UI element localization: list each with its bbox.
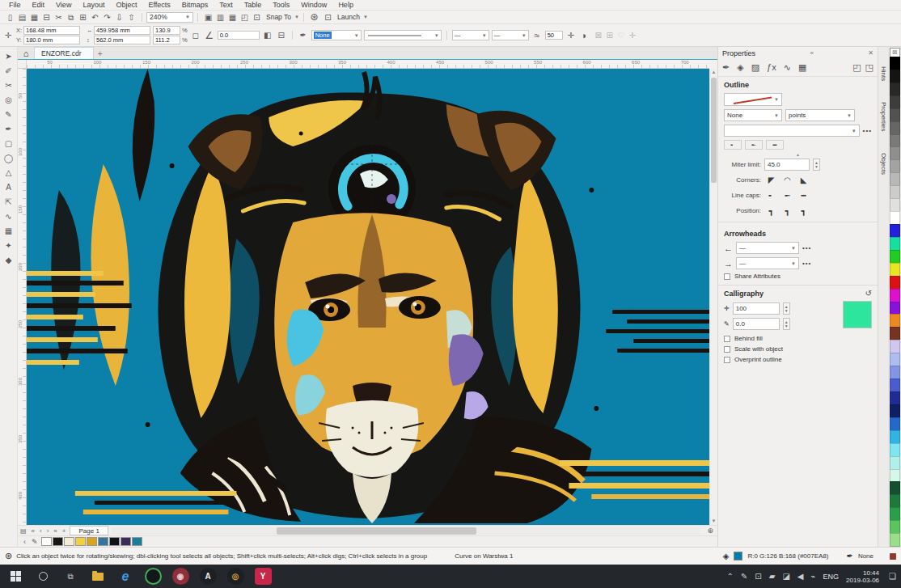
scale-v-field[interactable]: 111.2 — [153, 36, 180, 44]
line-cap-button[interactable]: ╾ — [780, 189, 794, 201]
docker-tab[interactable]: Objects — [880, 148, 887, 180]
palette-color-swatch[interactable] — [890, 276, 900, 290]
palette-arrow-icon[interactable]: ‹ — [21, 538, 28, 546]
corner-style-button[interactable]: ◤ — [764, 174, 778, 186]
page-tab[interactable]: Page 1 — [70, 526, 108, 535]
document-palette-swatch[interactable] — [132, 537, 142, 546]
freehand-tool[interactable]: ✎ — [2, 108, 16, 121]
options-gear-icon[interactable]: ⊛ — [308, 11, 320, 23]
end-arrowhead-combo[interactable]: — ▼ — [492, 30, 529, 40]
home-icon[interactable]: ⌂ — [18, 47, 34, 59]
menu-item[interactable]: Text — [214, 1, 239, 9]
palette-color-swatch[interactable] — [890, 481, 900, 495]
outline-position-button[interactable]: ┓ — [797, 205, 810, 217]
docker-tab[interactable]: Properties — [880, 97, 887, 136]
artistic-media-tool[interactable]: ✒ — [2, 122, 16, 136]
fullscreen-preview-icon[interactable]: ▣ — [202, 11, 214, 23]
reset-calligraphy-icon[interactable]: ↺ — [865, 289, 872, 298]
end-arrowhead-options-button[interactable]: ••• — [802, 260, 811, 267]
import-icon[interactable]: ⇩ — [113, 11, 125, 23]
chevron-down-icon[interactable]: ▼ — [363, 15, 368, 19]
page-tab-icon[interactable]: ◳ — [865, 62, 874, 73]
palette-color-swatch[interactable] — [890, 82, 900, 96]
share-attributes-checkbox[interactable] — [724, 273, 730, 280]
graphics-tray-icon[interactable]: ◪ — [782, 572, 789, 581]
mirror-vertical-icon[interactable]: ⊟ — [276, 31, 287, 40]
add-node-icon[interactable]: ✛ — [565, 31, 577, 40]
lock-ratio-icon[interactable]: ◻ — [190, 31, 201, 40]
start-button[interactable] — [2, 565, 29, 588]
ruler-origin-corner[interactable] — [18, 60, 27, 69]
miter-spinner[interactable]: ▲▼ — [813, 159, 820, 171]
palette-color-swatch[interactable] — [890, 533, 900, 547]
palette-color-swatch[interactable] — [890, 159, 900, 173]
vertical-scroll-track[interactable] — [710, 184, 717, 518]
document-palette-swatch[interactable] — [109, 537, 120, 546]
mesh-fill-tool[interactable]: ▦ — [2, 224, 16, 238]
zoom-level-combo[interactable]: 240% ▼ — [146, 12, 193, 23]
outline-width-combo[interactable]: None ▼ — [311, 30, 362, 40]
curve-tab-icon[interactable]: ∿ — [784, 62, 791, 73]
previous-page-icon[interactable]: ‹ — [37, 527, 44, 535]
page-options-icon[interactable]: ▤ — [18, 527, 29, 535]
palette-color-swatch[interactable] — [890, 417, 900, 431]
outline-position-button[interactable]: ┓ — [780, 205, 794, 217]
rectangle-tool[interactable]: ▢ — [2, 137, 16, 150]
start-arrowhead-combo[interactable]: — ▼ — [452, 30, 489, 40]
bitmap-tab-icon[interactable]: ▦ — [798, 62, 806, 73]
polygon-tool[interactable]: △ — [2, 166, 16, 180]
network-tray-icon[interactable]: ⌁ — [811, 572, 816, 581]
paste-icon[interactable]: ⊞ — [77, 11, 89, 23]
line-style-combo[interactable]: ▼ — [364, 30, 442, 40]
taskbar-app-icon[interactable]: ◎ — [227, 568, 244, 585]
horizontal-scroll-thumb[interactable] — [277, 527, 476, 535]
zoom-tool[interactable]: ◎ — [2, 93, 16, 107]
document-palette-swatch[interactable] — [75, 537, 86, 546]
new-tab-button[interactable]: + — [94, 48, 107, 59]
show-guidelines-icon[interactable]: ◰ — [239, 11, 251, 23]
palette-color-swatch[interactable] — [890, 327, 900, 341]
menu-item[interactable]: File — [3, 1, 27, 9]
miter-limit-field[interactable]: 45.0 — [764, 159, 810, 171]
menu-item[interactable]: Layout — [77, 1, 110, 9]
first-page-icon[interactable]: « — [29, 527, 37, 535]
frame-tab-icon[interactable]: ◰ — [852, 62, 861, 73]
scale-with-object-checkbox[interactable] — [724, 346, 730, 353]
clock[interactable]: 10:44 2019-03-06 — [846, 569, 879, 584]
palette-color-swatch[interactable] — [890, 237, 900, 251]
palette-eyedropper-icon[interactable]: ✎ — [29, 538, 40, 546]
nib-angle-field[interactable]: 0.0 — [733, 318, 780, 330]
taskbar-app-icon[interactable] — [145, 568, 162, 585]
snap-options-icon[interactable]: ⊡ — [251, 11, 263, 23]
palette-color-swatch[interactable] — [890, 263, 900, 277]
taskbar-app-icon[interactable]: A — [200, 568, 217, 585]
transparency-tab-icon[interactable]: ▨ — [751, 62, 759, 73]
palette-color-swatch[interactable] — [890, 250, 900, 264]
edge-browser-button[interactable]: e — [112, 565, 139, 588]
document-palette-swatch[interactable] — [98, 537, 108, 546]
display-tray-icon[interactable]: ⊡ — [755, 572, 761, 581]
language-indicator[interactable]: ENG — [823, 573, 840, 581]
export-icon[interactable]: ⇧ — [125, 11, 137, 23]
palette-color-swatch[interactable] — [890, 134, 900, 148]
pick-tool[interactable]: ➤ — [2, 49, 16, 63]
text-tool[interactable]: A — [2, 180, 16, 194]
taskbar-app-icon[interactable]: ◉ — [172, 568, 189, 585]
scroll-down-arrow[interactable]: ▼ — [710, 518, 717, 525]
fill-tab-icon[interactable]: ◈ — [737, 62, 743, 73]
close-docker-icon[interactable]: ✕ — [863, 49, 874, 57]
menu-item[interactable]: Bitmaps — [176, 1, 214, 9]
corner-style-button[interactable]: ◣ — [797, 174, 810, 186]
menu-item[interactable]: Window — [295, 1, 332, 9]
file-explorer-button[interactable] — [84, 565, 112, 588]
zoom-plus-icon[interactable]: ⊕ — [703, 527, 717, 535]
collapse-docker-icon[interactable]: « — [805, 49, 813, 57]
new-document-icon[interactable]: ▯ — [4, 11, 16, 23]
menu-item[interactable]: View — [50, 1, 77, 9]
scale-h-field[interactable]: 130.9 — [153, 26, 180, 35]
palette-color-swatch[interactable] — [890, 57, 900, 70]
document-tab[interactable]: ENZORE.cdr — [34, 47, 94, 59]
docker-tab[interactable]: Hints — [880, 61, 887, 86]
line-cap-button[interactable]: ━ — [797, 189, 810, 201]
dimension-tool[interactable]: ⇱ — [2, 195, 16, 209]
